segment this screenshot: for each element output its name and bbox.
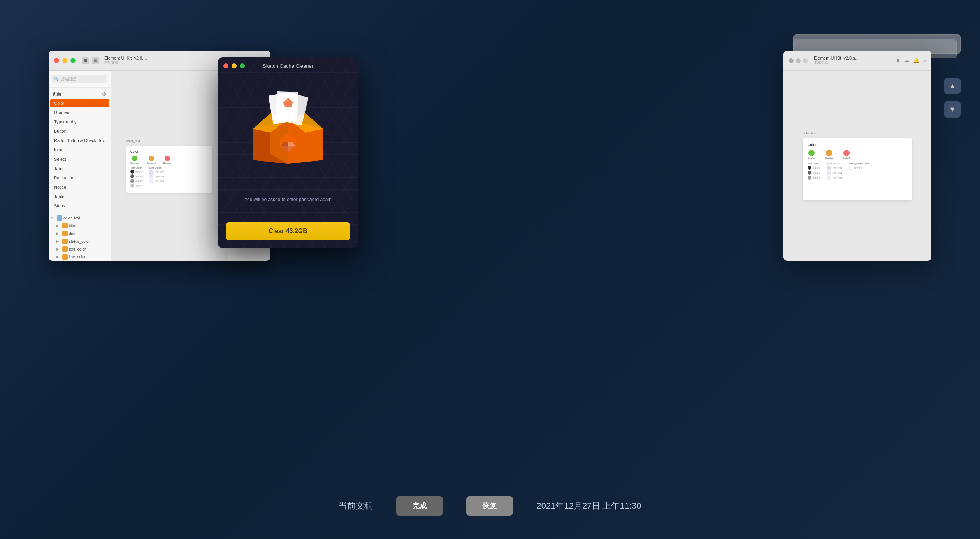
sidebar-item-select[interactable]: Select xyxy=(50,155,109,163)
tree-label-text-color: text_color xyxy=(69,247,86,251)
folder-icon xyxy=(62,239,68,244)
folder-icon xyxy=(62,223,68,228)
tree-item-line-color[interactable]: ▶ line_color xyxy=(49,253,111,261)
warning-dot xyxy=(149,156,154,161)
cache-titlebar: Sketch Cache Cleaner xyxy=(218,57,358,74)
arrow-icon: ▶ xyxy=(56,232,61,235)
canvas-preview-card: Color Success Warning xyxy=(126,146,212,193)
rw-max[interactable] xyxy=(803,58,808,63)
success-dot xyxy=(132,156,137,161)
done-button[interactable]: 完成 xyxy=(396,496,443,516)
arrow-icon: ▶ xyxy=(56,247,61,251)
rw-preview-label: color_text xyxy=(803,132,912,135)
canvas-area: color_text Color Success Warning xyxy=(111,71,228,261)
text-colors-group: Text Color 主要文字 常规文字 xyxy=(130,167,143,188)
clear-cache-button[interactable]: Clear 43.2GB xyxy=(226,222,350,240)
dot xyxy=(149,174,153,178)
rw-warning: Starting xyxy=(825,150,833,159)
tree-label-title: title xyxy=(69,224,75,228)
rw-success-dot xyxy=(808,150,815,156)
rw-color-label: Color xyxy=(808,143,907,147)
close-button[interactable] xyxy=(54,58,59,63)
sidebar-item-button[interactable]: Button xyxy=(50,127,109,135)
rw-danger: Default xyxy=(843,150,850,159)
nav-down-button[interactable]: ▼ xyxy=(944,101,961,118)
right-window-titlebar: Element UI Kit_v2.0.s... 本地文稿 ⬆ ☁ 🔔 » xyxy=(783,51,931,71)
rw-cloud-icon[interactable]: ☁ xyxy=(904,58,909,63)
dot xyxy=(130,174,134,178)
tree-item-text-color[interactable]: ▶ text_color xyxy=(49,245,111,253)
search-icon: 🔍 xyxy=(54,77,59,81)
right-toolbar: ⬆ ☁ 🔔 » xyxy=(896,58,926,63)
sidebar-item-gradient[interactable]: Gradient xyxy=(50,108,109,117)
sidebar-item-steps[interactable]: Steps xyxy=(50,202,109,210)
right-sketch-window: Element UI Kit_v2.0.s... 本地文稿 ⬆ ☁ 🔔 » co… xyxy=(783,51,931,261)
dot xyxy=(130,184,134,188)
nav-up-button[interactable]: ▲ xyxy=(944,78,961,94)
box-svg xyxy=(241,86,335,172)
right-canvas-area: color_text Color Service Starting xyxy=(783,71,931,261)
danger-color: Danger xyxy=(163,156,171,164)
right-window-traffic xyxy=(789,58,808,63)
arrow-icon: ▾ xyxy=(51,216,56,220)
rw-close[interactable] xyxy=(789,58,794,63)
canvas-content: color_text Color Success Warning xyxy=(126,139,212,193)
canvas-preview-label: color_text xyxy=(126,139,212,143)
tree-item-status-color[interactable]: ▶ status_color xyxy=(49,237,111,245)
text-color-label: Text Color xyxy=(130,167,143,169)
rw-expand-icon[interactable]: » xyxy=(923,58,926,63)
folder-icon xyxy=(57,215,62,221)
add-page-icon[interactable]: ⊕ xyxy=(102,91,107,97)
danger-label: Danger xyxy=(163,162,171,164)
cache-maximize-button[interactable] xyxy=(240,63,245,68)
pages-section-header: 页面 ⊕ xyxy=(49,88,111,98)
sidebar-item-tabs[interactable]: Tabs xyxy=(50,164,109,173)
folder-icon xyxy=(62,246,68,252)
sidebar-item-typography[interactable]: Typography xyxy=(50,118,109,126)
sidebar-item-pagination[interactable]: Pagination xyxy=(50,174,109,182)
folder-icon xyxy=(62,231,68,236)
bottom-bar: 当前文稿 完成 恢复 2021年12月27日 上午11:30 xyxy=(0,496,980,516)
rw-preview-card: Color Service Starting Default xyxy=(803,138,912,200)
dot xyxy=(149,170,153,174)
sidebar-item-table[interactable]: Table xyxy=(50,192,109,201)
cache-close-button[interactable] xyxy=(223,63,228,68)
sidebar-item-radio[interactable]: Radio Button & Check Box xyxy=(50,136,109,145)
right-window-title: Element UI Kit_v2.0.s... xyxy=(814,56,859,60)
tree-item-dots[interactable]: ▶ dots xyxy=(49,230,111,237)
restore-button[interactable]: 恢复 xyxy=(466,496,513,516)
rw-text-group: Text Color 主要文字 常规文字 次要文字 xyxy=(808,162,820,180)
sidebar-item-input[interactable]: Input xyxy=(50,146,109,154)
date-label: 2021年12月27日 上午11:30 xyxy=(536,500,641,512)
rw-canvas-content: color_text Color Service Starting xyxy=(803,132,912,200)
rw-bell-icon[interactable]: 🔔 xyxy=(913,58,919,63)
arrow-icon: ▶ xyxy=(56,224,61,228)
preview-color-label: Color xyxy=(130,150,208,153)
line-color-label: Line Color xyxy=(149,167,164,169)
left-window-title: Element UI Kit_v2.0.... xyxy=(104,56,147,60)
line-color-1: 一级分割线 xyxy=(149,170,164,174)
sidebar-item-notice[interactable]: Notice xyxy=(50,183,109,191)
folder-icon xyxy=(62,254,68,260)
tree-label-dots: dots xyxy=(69,232,76,236)
search-placeholder: 搜索图层 xyxy=(60,76,76,82)
left-title-section: Element UI Kit_v2.0.... 本地文稿 xyxy=(104,56,147,65)
rw-warning-dot xyxy=(826,150,832,156)
line-colors-group: Line Color 一级分割线 二级分割线 xyxy=(149,167,164,188)
maximize-button[interactable] xyxy=(70,58,76,63)
layers-icon: ☰ xyxy=(82,57,89,64)
cache-minimize-button[interactable] xyxy=(232,63,237,68)
text-color-2: 常规文字 xyxy=(130,174,143,178)
line-color-3: 三级分割线 xyxy=(149,179,164,183)
warning-label: Warning xyxy=(147,162,156,164)
current-doc-label: 当前文稿 xyxy=(339,500,373,512)
rw-share-icon[interactable]: ⬆ xyxy=(896,58,900,63)
danger-dot xyxy=(165,156,170,161)
sidebar-item-color[interactable]: Color xyxy=(50,99,109,107)
search-box[interactable]: 🔍 搜索图层 xyxy=(52,75,107,83)
rw-min[interactable] xyxy=(796,58,801,63)
tree-item-color-text[interactable]: ▾ color_text xyxy=(49,214,111,222)
tree-item-title[interactable]: ▶ title xyxy=(49,222,111,230)
minimize-button[interactable] xyxy=(62,58,67,63)
arrow-icon: ▶ xyxy=(56,239,61,243)
